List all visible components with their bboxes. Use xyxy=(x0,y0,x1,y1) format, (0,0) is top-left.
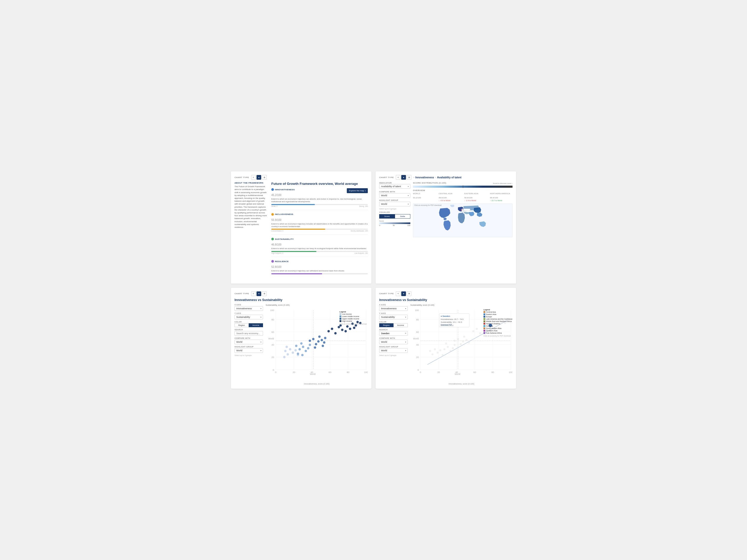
chart-icon-scatter-4[interactable]: ● xyxy=(401,291,406,296)
italy-marker[interactable] xyxy=(461,210,462,211)
chart-icon-bar-2[interactable]: ⊞ xyxy=(407,175,411,180)
click-pdf-label-4: Click an economy for PDF download xyxy=(484,335,513,337)
chart-icon-table-2[interactable]: ≡ xyxy=(396,175,401,180)
color-income-btn-3[interactable]: Income xyxy=(249,323,263,327)
chart-icon-bar-4[interactable]: ⊞ xyxy=(407,291,411,296)
panel-innovativeness-map: CHART TYPE ≡ ● ⊞ › Innovativeness › Avai… xyxy=(376,171,516,284)
chart-icon-scatter-3[interactable]: ● xyxy=(257,291,261,296)
page-container: CHART TYPE ≡ ● ⊞ ABOUT THE FRAMEWORK The… xyxy=(231,171,516,389)
region-n-america: NORTHERN AMERICA xyxy=(490,193,513,194)
legend-color-n-america xyxy=(484,323,485,325)
panel-framework-overview: CHART TYPE ≡ ● ⊞ ABOUT THE FRAMEWORK The… xyxy=(231,171,371,284)
compare-with-select[interactable]: World xyxy=(379,193,410,198)
metric-inclusiveness: INCLUSIVENESS 55.9/100 Extent to which a… xyxy=(271,213,368,235)
panel-scatter-region: CHART TYPE ≡ ● ⊞ Innovativeness vs Susta… xyxy=(231,288,371,389)
chart-icon-bar-3[interactable]: ⊞ xyxy=(262,291,267,296)
y-axis-select-4[interactable]: Sustainability xyxy=(379,315,408,319)
australia[interactable] xyxy=(479,221,486,227)
metric-score-inclusiveness: 55.9/100 xyxy=(271,216,368,222)
metric-score-sustainability: 46.8/100 xyxy=(271,241,368,246)
greenland[interactable] xyxy=(450,205,455,207)
southeast-asia[interactable] xyxy=(477,213,483,217)
x-axis-control-3: X AXIS Innovativeness xyxy=(234,304,263,311)
color-region-btn-4[interactable]: Region xyxy=(379,323,393,327)
chart-icon-scatter[interactable]: ⊞ xyxy=(262,175,267,180)
panel2-layout: INDICATOR Availability of talent COMPARE… xyxy=(379,182,513,239)
score-world: 53.2/100 xyxy=(413,194,436,199)
search-input-4[interactable] xyxy=(379,331,408,336)
x-axis-label-4: X AXIS xyxy=(379,304,408,306)
svg-point-48 xyxy=(320,339,323,341)
compare-select-4[interactable]: World xyxy=(379,340,408,344)
svg-point-36 xyxy=(299,348,301,350)
legend-color-mena xyxy=(484,320,485,322)
y-axis-title-3: Sustainability, score (0-100) xyxy=(265,304,368,306)
compare-with-select-wrapper: World xyxy=(379,193,410,198)
score-legend-labels: 0 50 100 xyxy=(379,224,410,226)
panel1-left: ABOUT THE FRAMEWORK The Future of Growth… xyxy=(234,182,268,280)
bar-labels-1: Concentrated, 0 Evenly distributed, 100 xyxy=(271,230,368,232)
svg-point-37 xyxy=(302,346,304,348)
highlight-group-section: HIGHLIGHT GROUP World Select up to 3 gro… xyxy=(379,199,410,210)
chart-icon-bar[interactable]: ● xyxy=(257,175,261,180)
metric-bar-track-3 xyxy=(271,273,368,274)
chart-type-label-3: CHART TYPE xyxy=(234,292,249,295)
metric-label-sustainability: SUSTAINABILITY xyxy=(271,238,368,240)
svg-point-57 xyxy=(338,326,340,328)
south-america[interactable] xyxy=(443,220,450,231)
svg-point-56 xyxy=(334,332,337,335)
overview-score-eastern-asia: EASTERN ASIA 50.8/100 ↓ -2.4 to World xyxy=(464,193,487,202)
svg-text:20: 20 xyxy=(292,371,295,374)
search-control-4: SEARCH ✕ xyxy=(379,329,408,336)
south-asia[interactable] xyxy=(469,212,474,216)
color-income-btn-4[interactable]: Income xyxy=(393,323,408,327)
explore-map-button[interactable]: Explore the map xyxy=(347,188,368,193)
color-label-4: COLOR xyxy=(379,321,408,323)
chart-icon-table[interactable]: ≡ xyxy=(251,175,256,180)
legend-color-europe xyxy=(484,316,485,318)
chart-icon-map-2[interactable]: ● xyxy=(401,175,406,180)
scatter-controls-3: X AXIS Innovativeness Y AXIS Sustainabil… xyxy=(234,304,263,385)
chart-type-label-1: CHART TYPE xyxy=(234,176,249,179)
svg-point-39 xyxy=(305,350,307,352)
color-region-btn-3[interactable]: Region xyxy=(234,323,249,327)
east-asia[interactable] xyxy=(473,207,481,213)
highlight-select-4[interactable]: World xyxy=(379,348,408,353)
svg-point-54 xyxy=(327,330,330,332)
compare-select-3[interactable]: World xyxy=(234,340,263,344)
highlight-group-3: HIGHLIGHT GROUP World Select up to 3 gro… xyxy=(234,346,263,356)
world-map-container[interactable]: Click an economy for PDF download xyxy=(413,204,513,237)
svg-text:100: 100 xyxy=(415,309,419,312)
search-clear-btn-4[interactable]: ✕ xyxy=(405,332,407,335)
africa[interactable] xyxy=(458,213,465,223)
search-input-3[interactable] xyxy=(234,331,263,336)
viz-score-btn[interactable]: Score xyxy=(379,214,395,218)
north-america[interactable] xyxy=(439,208,450,218)
breadcrumb-sep: › xyxy=(435,176,436,179)
central-america[interactable] xyxy=(443,218,447,220)
indicator-select[interactable]: Availability of talent xyxy=(379,184,410,189)
diff-central-asia: ↓ -4.6 to World xyxy=(439,199,461,202)
legend-color-sea xyxy=(484,327,485,329)
highlight-group-select[interactable]: World xyxy=(379,202,410,206)
sweden-tooltip-download[interactable]: Download PDF ↓ xyxy=(441,324,454,326)
x-axis-select-4[interactable]: Innovativeness xyxy=(379,306,408,311)
viz-delta-btn[interactable]: Delta xyxy=(395,214,410,218)
legend-s-asia: Southern Asia xyxy=(484,330,513,331)
highlight-select-3[interactable]: World xyxy=(234,348,263,353)
svg-point-64 xyxy=(353,327,355,329)
legend-color-high xyxy=(339,320,341,322)
chart-type-row-1: CHART TYPE ≡ ● ⊞ xyxy=(234,175,368,180)
metric-bar-track-0 xyxy=(271,204,368,205)
y-axis-select-3[interactable]: Sustainability xyxy=(234,315,263,319)
chart-type-row-2: CHART TYPE ≡ ● ⊞ › Innovativeness › Avai… xyxy=(379,175,513,180)
chart-icon-table-4[interactable]: ≡ xyxy=(396,291,401,296)
svg-point-49 xyxy=(318,336,320,338)
x-axis-select-3[interactable]: Innovativeness xyxy=(234,306,263,311)
legend-color-central-asia xyxy=(484,311,485,313)
chart-icon-table-3[interactable]: ≡ xyxy=(251,291,256,296)
color-toggle-4: Region Income xyxy=(379,323,408,327)
svg-point-102 xyxy=(443,348,445,350)
metric-bar-fill-3 xyxy=(271,273,322,274)
panel1-title: Future of Growth Framework overview, Wor… xyxy=(271,182,368,186)
